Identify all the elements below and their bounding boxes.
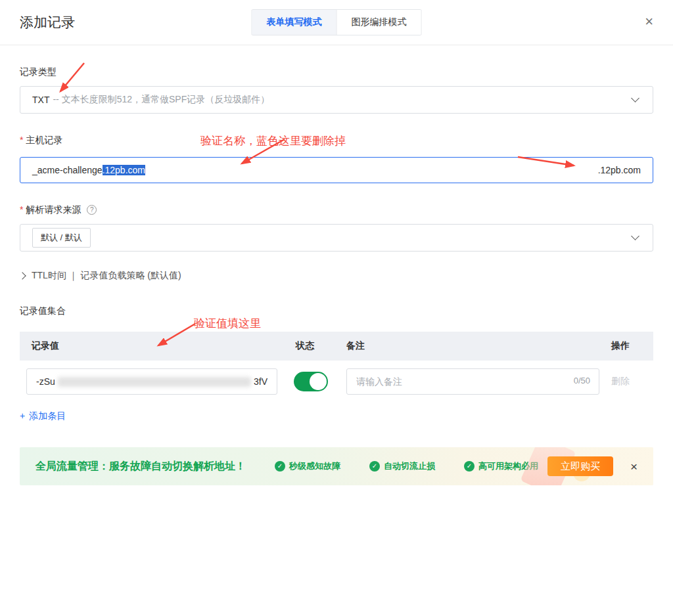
mode-tabs: 表单填写模式 图形编排模式	[252, 9, 422, 35]
banner-title: 全局流量管理：服务故障自动切换解析地址！	[35, 460, 246, 473]
toggle-knob	[310, 373, 327, 390]
annotation-host-note: 验证名称，蓝色这里要删除掉	[200, 133, 346, 148]
add-record-dialog: 添加记录 表单填写模式 图形编排模式 × 记录类型 TXT -- 文本长度限制5…	[0, 0, 673, 616]
ttl-collapse-row[interactable]: TTL时间 ｜ 记录值负载策略 (默认值)	[20, 270, 653, 282]
record-value-input[interactable]: -zSu 3fV	[26, 368, 277, 395]
ttl-collapse-label: TTL时间 ｜ 记录值负载策略 (默认值)	[32, 270, 181, 282]
required-asterisk: *	[20, 135, 23, 145]
column-header-note: 备注	[346, 340, 603, 352]
check-circle-icon: ✓	[464, 461, 475, 472]
banner-close-icon[interactable]: ×	[630, 460, 638, 473]
record-type-desc: -- 文本长度限制512，通常做SPF记录（反垃圾邮件）	[53, 94, 269, 106]
delete-link[interactable]: 删除	[603, 376, 653, 387]
note-cell: 0/50	[346, 368, 603, 395]
host-domain-suffix: .12pb.com	[598, 165, 641, 175]
host-record-label: 主机记录	[26, 135, 62, 145]
column-header-value: 记录值	[20, 340, 296, 352]
plus-icon: +	[20, 410, 25, 421]
column-header-status: 状态	[296, 340, 346, 352]
annotation-value-note: 验证值填这里	[194, 316, 261, 331]
chevron-down-icon	[631, 94, 639, 102]
status-toggle[interactable]	[294, 372, 328, 391]
status-cell	[296, 372, 346, 391]
record-value-start: -zSu	[36, 376, 55, 387]
host-value-selected-text: .12pb.com	[103, 165, 145, 175]
record-set-label: 记录值集合	[20, 305, 653, 317]
add-entry-label: 添加条目	[29, 410, 66, 421]
banner-feature: ✓ 秒级感知故障	[275, 460, 340, 472]
add-entry-link[interactable]: +添加条目	[20, 410, 66, 422]
close-icon[interactable]: ×	[645, 14, 653, 29]
line-source-tag: 默认 / 默认	[32, 228, 91, 248]
record-value-cell: -zSu 3fV	[20, 368, 296, 395]
record-type-label: 记录类型	[20, 66, 653, 78]
record-type-value: TXT	[32, 95, 49, 105]
banner-feature: ✓ 自动切流止损	[369, 460, 435, 472]
note-counter: 0/50	[574, 376, 590, 385]
record-value-end: 3fV	[254, 376, 267, 387]
record-table-header: 记录值 状态 备注 操作	[20, 332, 653, 361]
buy-now-button[interactable]: 立即购买	[547, 456, 613, 476]
help-icon[interactable]: ?	[87, 205, 97, 215]
check-circle-icon: ✓	[275, 461, 285, 472]
table-row: -zSu 3fV 0/50 删除	[20, 368, 653, 395]
line-source-label: 解析请求来源	[26, 204, 81, 215]
host-record-input[interactable]: _acme-challenge.12pb.com .12pb.com	[20, 157, 653, 183]
dialog-header: 添加记录 表单填写模式 图形编排模式 ×	[0, 0, 673, 45]
note-input[interactable]	[346, 368, 599, 395]
tab-graph-mode[interactable]: 图形编排模式	[336, 10, 421, 35]
line-source-select[interactable]: 默认 / 默认	[20, 224, 653, 252]
check-circle-icon: ✓	[369, 461, 380, 472]
blurred-value-region	[58, 377, 251, 387]
promo-banner: 全局流量管理：服务故障自动切换解析地址！ ✓ 秒级感知故障 ✓ 自动切流止损 ✓…	[20, 447, 653, 485]
column-header-action: 操作	[603, 340, 653, 352]
required-asterisk: *	[20, 204, 23, 215]
page-title: 添加记录	[20, 13, 75, 32]
record-type-select[interactable]: TXT -- 文本长度限制512，通常做SPF记录（反垃圾邮件）	[20, 86, 653, 114]
chevron-right-icon	[18, 272, 26, 279]
tab-form-mode[interactable]: 表单填写模式	[252, 10, 336, 35]
chevron-down-icon	[631, 232, 639, 240]
banner-feature-label: 自动切流止损	[384, 460, 435, 472]
banner-feature-label: 秒级感知故障	[289, 460, 340, 472]
host-value-prefix: _acme-challenge	[32, 165, 103, 175]
dialog-body: 记录类型 TXT -- 文本长度限制512，通常做SPF记录（反垃圾邮件） *主…	[0, 66, 673, 485]
line-source-label-row: *解析请求来源 ?	[20, 204, 653, 216]
